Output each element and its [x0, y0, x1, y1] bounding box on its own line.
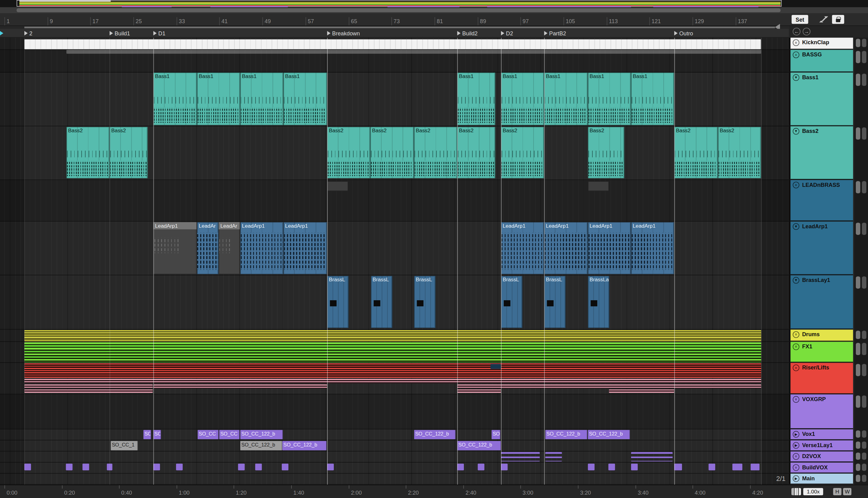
clip[interactable]: Bass2: [457, 127, 495, 178]
scroll-handle[interactable]: [856, 276, 860, 289]
clip[interactable]: [674, 463, 682, 470]
scroll-handle[interactable]: [862, 74, 867, 86]
scroll-handle[interactable]: [862, 475, 867, 482]
scroll-handle[interactable]: [856, 430, 860, 438]
arrangement-overview[interactable]: [0, 0, 868, 7]
track-fold-icon[interactable]: ▼: [793, 223, 799, 230]
clip[interactable]: [478, 463, 485, 470]
scroll-handle[interactable]: [856, 39, 860, 47]
clip[interactable]: SO_CC: [198, 430, 219, 439]
back-arrow-button[interactable]: ←: [793, 28, 800, 35]
clip[interactable]: [457, 390, 501, 393]
scroll-handle[interactable]: [856, 396, 860, 408]
locator-row[interactable]: 2Build1D1BreakdownBuild2D2PartB2Outro: [0, 29, 789, 38]
clip[interactable]: Bass1: [197, 73, 240, 125]
clip[interactable]: Bass1: [457, 73, 495, 125]
clip[interactable]: [501, 452, 540, 461]
clip[interactable]: Bass1: [588, 73, 631, 125]
scroll-handle[interactable]: [862, 364, 867, 376]
clip[interactable]: Bass2: [370, 127, 414, 178]
clip[interactable]: SO_CC_122_b: [282, 441, 326, 450]
track-header-bassg[interactable]: ≡BASSG: [791, 50, 853, 72]
clip[interactable]: SO_CC_122_b: [545, 430, 587, 439]
track-header-voxgrp[interactable]: ≡VOXGRP: [791, 394, 853, 429]
clip[interactable]: [153, 463, 160, 470]
track-scrollbar[interactable]: [854, 38, 868, 485]
clip[interactable]: SO_CC_122_b: [240, 441, 282, 450]
clip[interactable]: Bass1: [284, 73, 327, 125]
clip[interactable]: SO_CC_122_b: [457, 441, 501, 450]
clip[interactable]: [255, 463, 262, 470]
zoom-level[interactable]: 1.00x: [803, 488, 823, 495]
track-fold-icon[interactable]: ≡: [793, 343, 799, 350]
scroll-handle[interactable]: [856, 127, 860, 140]
scroll-handle[interactable]: [856, 475, 860, 482]
track-header-riser-lifts[interactable]: ≡Riser/Lifts: [791, 363, 853, 394]
locator-flag[interactable]: Build1: [110, 29, 130, 37]
clip[interactable]: Bass2: [66, 127, 110, 178]
clip[interactable]: LeadArp1: [588, 222, 631, 274]
track-fold-icon[interactable]: ≡: [793, 39, 799, 46]
track-header-brasslay1[interactable]: ▼BrassLay1: [791, 275, 853, 329]
clip[interactable]: BrassL: [501, 276, 523, 328]
locator-flag[interactable]: Outro: [674, 29, 693, 37]
track-header-leadarp1[interactable]: ▼LeadArp1: [791, 222, 853, 275]
clip[interactable]: Bass2: [588, 127, 624, 178]
scroll-handle[interactable]: [862, 331, 867, 339]
clip[interactable]: SO: [153, 430, 161, 439]
time-ruler[interactable]: 0:000:200:401:001:201:402:002:202:403:00…: [0, 485, 789, 498]
track-header-d2vox[interactable]: ≡D2VOX: [791, 451, 853, 462]
zoom-strip[interactable]: [0, 7, 868, 13]
clip[interactable]: [66, 463, 72, 470]
scroll-handle[interactable]: [862, 442, 867, 449]
clip[interactable]: [609, 390, 674, 393]
scroll-handle[interactable]: [856, 181, 860, 193]
clip[interactable]: Bass1: [153, 73, 197, 125]
clip[interactable]: [24, 390, 153, 393]
track-header-leadnbrass[interactable]: ≡LEADnBRASS: [791, 180, 853, 221]
bar-ruler[interactable]: 191725334149576573818997105113121129137: [0, 13, 789, 26]
clip[interactable]: [24, 379, 761, 383]
clip[interactable]: [631, 463, 638, 470]
locator-flag[interactable]: PartB2: [544, 29, 566, 37]
clip[interactable]: [609, 463, 615, 470]
clip[interactable]: [24, 363, 761, 378]
clip[interactable]: SO: [144, 430, 151, 439]
scroll-handle[interactable]: [862, 223, 867, 235]
locator-flag[interactable]: D1: [153, 29, 165, 37]
arrangement-area[interactable]: Bass1Bass1Bass1Bass1Bass1Bass1Bass1Bass1…: [0, 38, 789, 485]
clip[interactable]: BrassL: [544, 276, 566, 328]
clip[interactable]: LeadArp1: [631, 222, 674, 274]
scroll-handle[interactable]: [862, 453, 867, 460]
track-fold-icon[interactable]: ▼: [793, 277, 799, 284]
track-fold-icon[interactable]: ≡: [793, 396, 799, 403]
clip[interactable]: [588, 463, 595, 470]
lock-button[interactable]: [832, 15, 844, 24]
track-header-fx1[interactable]: ≡FX1: [791, 342, 853, 362]
clip[interactable]: [501, 463, 508, 470]
locator-flag[interactable]: 2: [24, 29, 32, 37]
scroll-handle[interactable]: [862, 39, 867, 47]
clip[interactable]: BrassLa: [588, 276, 609, 328]
clip[interactable]: [327, 463, 334, 470]
clip[interactable]: LeadAr: [219, 222, 240, 274]
clip[interactable]: SO: [491, 430, 500, 439]
clip[interactable]: [24, 463, 31, 470]
locator-flag[interactable]: Build2: [457, 29, 477, 37]
track-fold-icon[interactable]: ≡: [793, 331, 799, 338]
clip[interactable]: [24, 384, 153, 388]
track-header-buildvox[interactable]: ≡BuildVOX: [791, 463, 853, 473]
clip[interactable]: [83, 463, 89, 470]
clip[interactable]: [545, 452, 562, 461]
track-fold-icon[interactable]: ≡: [793, 453, 799, 460]
clip[interactable]: LeadArp1: [240, 222, 284, 274]
clip[interactable]: Bass2: [110, 127, 148, 178]
track-header-bass1[interactable]: ▼Bass1: [791, 73, 853, 126]
clip[interactable]: BrassL: [371, 276, 393, 328]
track-header-verse1lay1[interactable]: ▶Verse1Lay1: [791, 441, 853, 451]
clip[interactable]: [24, 330, 761, 341]
track-fold-icon[interactable]: ▶: [793, 442, 799, 449]
locator-flag[interactable]: D2: [501, 29, 513, 37]
scroll-handle[interactable]: [856, 331, 860, 339]
clip[interactable]: [24, 342, 761, 362]
